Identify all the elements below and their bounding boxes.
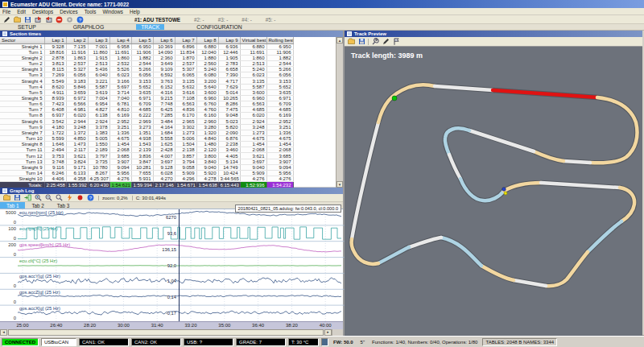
- table-row[interactable]: Turn 76:4084:9814:8274:8104:6856:4254:83…: [0, 107, 293, 113]
- lap-time-cell: 3:273: [131, 124, 153, 130]
- device-tab-4[interactable]: #4: -: [242, 17, 252, 23]
- table-row[interactable]: Turn 23:8132:5372:5132:5322:5443:6492:53…: [0, 60, 293, 66]
- status-5-: 5": [358, 338, 367, 346]
- rolling-best-cell: 1:336: [266, 130, 293, 135]
- settings-icon[interactable]: [65, 15, 73, 23]
- table-row[interactable]: Turn 54:9113:6593:6193:7143:6354:3163:61…: [0, 89, 293, 95]
- zoom-in-icon[interactable]: [34, 194, 42, 202]
- status-functions: Functions: 1/40, Numbers: 0/40, Operatio…: [369, 338, 480, 346]
- lap-time-cell: 3:659: [66, 89, 88, 95]
- graph-channel-label-gps-accZ[interactable]: gps.accZ[g] (25 Hz): [19, 290, 60, 295]
- lap-time-cell: 2:189: [88, 147, 109, 153]
- menu-edit[interactable]: Edit: [17, 9, 26, 14]
- device-tab-5[interactable]: #5: -: [266, 17, 276, 23]
- lap-time-cell: 6:592: [153, 72, 175, 78]
- save-icon[interactable]: [23, 15, 31, 23]
- table-row[interactable]: Straight 19:3287:1357:0016:9586:95010:36…: [0, 43, 293, 49]
- scroll-right-arrow[interactable]: ►: [324, 329, 332, 336]
- save-icon[interactable]: [13, 194, 21, 202]
- open-icon[interactable]: [347, 38, 355, 46]
- lap-time-cell: 5:820: [218, 124, 240, 130]
- lap-time-cell: 4:911: [44, 89, 66, 95]
- graph-channel-label-ecu-clt[interactable]: ecu.clt[°C] (25 Hz): [19, 258, 57, 263]
- table-row[interactable]: Turn 94:1803:2483:3783:2513:2734:1643:30…: [0, 124, 293, 130]
- pencil-icon[interactable]: [2, 15, 10, 23]
- zoom-fit-icon[interactable]: [55, 194, 63, 202]
- table-row[interactable]: Turn 146:2466:1338:2675:9567:6556:0285:9…: [0, 170, 293, 176]
- graph-horizontal-scrollbar[interactable]: ◄ ►: [0, 329, 343, 336]
- open-icon[interactable]: [13, 15, 21, 23]
- wrench-icon[interactable]: [371, 38, 379, 46]
- table-row[interactable]: Turn 86:9376:0206:1386:1696:2227:2856:17…: [0, 113, 293, 118]
- scroll-thumb[interactable]: [8, 329, 324, 336]
- record-icon[interactable]: [76, 194, 84, 202]
- table-row-totals[interactable]: Totals:2:25:4581:55:3926:20:4301:54:6211…: [0, 182, 293, 188]
- scroll-left-arrow[interactable]: ◄: [0, 329, 7, 336]
- log-export-icon[interactable]: [34, 15, 42, 23]
- lap-time-cell: 3:763: [153, 78, 175, 84]
- graph-channel-label-gps-accY[interactable]: gps.accY[g] (25 Hz): [19, 274, 60, 279]
- sector-table[interactable]: SectorLap 1Lap 2Lap 3Lap 4Lap 5Lap 6Lap …: [0, 37, 294, 188]
- table-row[interactable]: Straight 58:9396:9727:0047:0406:9719:215…: [0, 95, 293, 101]
- table-row[interactable]: Straight 71:7221:3721:3831:3361:3511:684…: [0, 130, 293, 135]
- tab-setup[interactable]: SETUP: [13, 24, 41, 30]
- table-row[interactable]: Turn 118:81611:91611:86011:69111:90614:0…: [0, 49, 293, 55]
- device-tab-1[interactable]: #1: ADU TESTOWE: [134, 17, 180, 23]
- graph-plot-area[interactable]: ecu.rpm[rpm] (25 Hz)500006270ecu.tps[%] …: [0, 209, 343, 321]
- table-row[interactable]: Straight 38:1155:3275:4365:5265:2669:109…: [0, 67, 293, 72]
- lap-time-cell: 4:840: [196, 136, 218, 142]
- lap-time-cell: 6:709: [131, 101, 153, 107]
- flag-icon[interactable]: [392, 38, 400, 46]
- rolling-best-cell: 6:169: [266, 113, 293, 118]
- device-tab-3[interactable]: #3: -: [218, 17, 229, 23]
- menu-windows[interactable]: Windows: [102, 9, 123, 14]
- table-row[interactable]: Straight 104:4064:3584:25:3074:2765:9314…: [0, 176, 293, 182]
- table-row[interactable]: Turn 112:4942:1172:1892:0682:1392:4282:1…: [0, 147, 293, 153]
- open-icon[interactable]: [2, 194, 10, 202]
- help-icon[interactable]: ?: [76, 15, 84, 23]
- graph-tab-tab-1[interactable]: Tab 1: [0, 202, 25, 209]
- pencil-icon[interactable]: [382, 38, 390, 46]
- menu-tools[interactable]: Tools: [85, 9, 97, 14]
- table-row[interactable]: Turn 123:7533:6213:7973:6853:8364:0073:8…: [0, 153, 293, 159]
- table-row[interactable]: Turn 105:5994:8505:0054:6754:9385:5585:0…: [0, 136, 293, 142]
- lap-time-cell: 6:563: [175, 101, 196, 107]
- zoom-out-icon[interactable]: [44, 194, 52, 202]
- graph-channel-label-ecu-tps[interactable]: ecu.tps[%] (25 Hz): [19, 226, 58, 231]
- table-row[interactable]: Turn 37:2696:0566:0406:0236:0566:5926:06…: [0, 72, 293, 78]
- menu-file[interactable]: File: [2, 9, 10, 14]
- tab-track[interactable]: TRACK: [136, 24, 164, 30]
- marker-icon[interactable]: [65, 194, 73, 202]
- table-row[interactable]: Straight 45:5493:1833:2213:1663:1533:763…: [0, 78, 293, 84]
- table-row[interactable]: Straight 81:6461:4731:5501:4541:5431:625…: [0, 142, 293, 147]
- table-vertical-scrollbar[interactable]: ▲ ▼: [336, 37, 343, 188]
- tab-graphlog[interactable]: GRAPHLOG: [68, 24, 109, 30]
- log-import-icon[interactable]: [44, 15, 52, 23]
- graph-tab-tab-3[interactable]: Tab 3: [51, 202, 76, 209]
- window-title: Ecumaster ADU Client. Device name: 1771-…: [10, 2, 129, 7]
- scroll-up-arrow[interactable]: ▲: [336, 37, 343, 43]
- table-row[interactable]: Turn 48:6205:8465:5875:6975:6526:1525:63…: [0, 84, 293, 89]
- graph-tab-tab-2[interactable]: Tab 2: [25, 202, 50, 209]
- scroll-down-arrow[interactable]: ▼: [336, 181, 343, 188]
- export-icon[interactable]: [23, 194, 31, 202]
- menu-devices[interactable]: Devices: [60, 9, 77, 14]
- device-tab-2[interactable]: #2: -: [194, 17, 204, 23]
- graph-cursor-line[interactable]: [179, 209, 180, 321]
- menu-help[interactable]: Help: [130, 9, 140, 14]
- track-map[interactable]: Track length: 3989 m: [345, 47, 642, 336]
- graph-channel-label-gps-accX[interactable]: gps.accX[g] (25 Hz): [19, 306, 60, 311]
- table-row[interactable]: Turn 133:7483:8243:7353:9073:8473:6973:7…: [0, 159, 293, 164]
- graph-channel-label-ecu-rpm[interactable]: ecu.rpm[rpm] (25 Hz): [19, 210, 64, 215]
- table-row[interactable]: Straight 99:1169:17110:7809:09410:2819:1…: [0, 164, 293, 170]
- stop-icon[interactable]: [55, 15, 63, 23]
- graph-channel-label-gps-speed[interactable]: gps.speed[km/h] (25 Hz): [19, 242, 70, 247]
- save-icon[interactable]: [357, 38, 365, 46]
- table-row[interactable]: Straight 63:5422:9442:9242:9522:9693:484…: [0, 118, 293, 124]
- help-icon[interactable]: ?: [86, 194, 94, 202]
- menu-desktops[interactable]: Desktops: [32, 9, 53, 14]
- table-row[interactable]: Turn 67:4236:5666:9546:7816:7097:7486:56…: [0, 101, 293, 107]
- table-row[interactable]: Straight 22:8781:8631:9151:8601:8822:360…: [0, 55, 293, 60]
- lap-time-cell: 7:423: [44, 101, 66, 107]
- tab-configuration[interactable]: CONFIGURATION: [192, 24, 247, 30]
